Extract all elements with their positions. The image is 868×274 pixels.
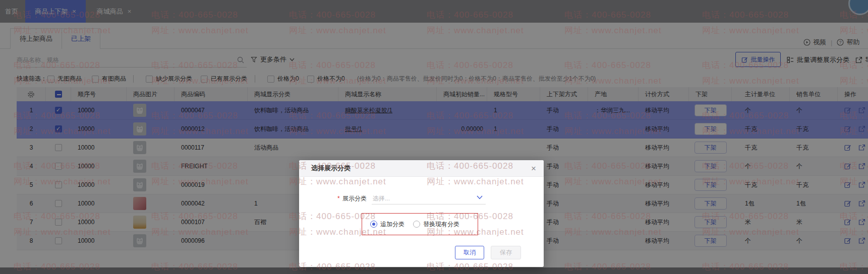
radio-append-category[interactable]: 追加分类: [370, 220, 404, 229]
close-icon[interactable]: ×: [531, 164, 536, 173]
select-placeholder: 选择...: [373, 194, 390, 203]
cancel-button[interactable]: 取消: [455, 246, 484, 259]
category-mode-radio-group: 追加分类 替换现有分类: [362, 213, 478, 235]
display-category-field: * 展示分类 选择...: [299, 191, 544, 206]
radio-icon[interactable]: [370, 221, 377, 228]
app-root: 首页 商品上下架 × 商城商品 × 待上架商品 已上架 视频 | ? 帮助: [0, 0, 868, 274]
dialog-header: 选择展示分类 ×: [299, 160, 544, 177]
select-display-category-dialog: 选择展示分类 × * 展示分类 选择... 追加分类 替换现有分类 取消 保存: [299, 160, 544, 267]
category-select[interactable]: 选择...: [372, 191, 486, 204]
radio-icon[interactable]: [413, 221, 420, 228]
chevron-down-icon[interactable]: [477, 195, 483, 199]
radio-replace-category[interactable]: 替换现有分类: [413, 220, 459, 229]
field-label: 展示分类: [342, 194, 367, 203]
dialog-title: 选择展示分类: [311, 164, 351, 173]
required-mark: *: [337, 195, 340, 202]
save-button[interactable]: 保存: [491, 246, 521, 259]
